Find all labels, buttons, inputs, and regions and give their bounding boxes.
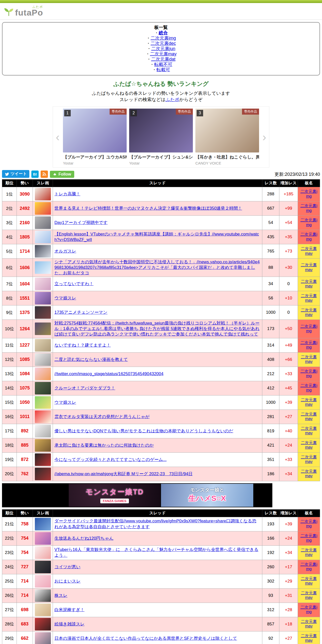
board-link[interactable]: 転載可 bbox=[156, 67, 170, 72]
board-name-link[interactable]: 二次元裏may bbox=[300, 426, 317, 436]
board-name-link[interactable]: 二次元裏img bbox=[300, 534, 317, 543]
carousel-item[interactable]: 1専売作品【ブルーアーカイブ】ユウカASMR～頬張Yostar bbox=[63, 109, 127, 165]
carousel-prev-button[interactable]: ‹ bbox=[53, 115, 62, 159]
hatena-bookmark-button[interactable]: B! bbox=[31, 171, 39, 178]
tweet-button[interactable]: ツイート bbox=[2, 170, 29, 178]
thread-link[interactable]: VTuberら16人「東京観光大使」に さくらみこさん「魅力をバーチャル空間から… bbox=[54, 547, 258, 557]
thread-link[interactable]: 生放送あるんだね120円ちゃん bbox=[54, 536, 114, 541]
thread-link[interactable]: Day1アーカイブ視聴中です bbox=[54, 220, 108, 225]
thread-link[interactable]: 日本の漫画で日本人が全く出てこない作品ってなにかある異世界とSFと歴史モノは除く… bbox=[54, 636, 237, 641]
thread-link[interactable]: 1735アニメチェンソーマン bbox=[54, 310, 107, 315]
carousel-next-button[interactable]: › bbox=[260, 115, 269, 159]
thread-link[interactable]: オルガスレ bbox=[54, 249, 76, 254]
board-name-link[interactable]: 二次元裏img bbox=[300, 232, 317, 241]
thread-thumbnail[interactable] bbox=[35, 618, 51, 630]
thread-thumbnail[interactable] bbox=[35, 575, 51, 588]
thread-thumbnail[interactable] bbox=[35, 453, 51, 466]
board-name-link[interactable]: 二次元裏may bbox=[300, 441, 317, 450]
thread-thumbnail[interactable] bbox=[35, 278, 51, 290]
thread-thumbnail[interactable] bbox=[35, 589, 51, 602]
board-link[interactable]: 二次元裏may bbox=[150, 51, 177, 56]
board-link[interactable]: 転載不可 bbox=[154, 62, 172, 67]
thread-link[interactable]: ダークサイドパック最速開封生配信//www.youtube.com/live/g… bbox=[54, 519, 256, 529]
board-name-link[interactable]: 二次元裏may bbox=[300, 263, 317, 272]
thread-link[interactable]: 承太郎に負ける要素は無かったのに何故負けたのか bbox=[54, 443, 154, 448]
board-name-link[interactable]: 二次元裏img bbox=[300, 369, 317, 378]
thread-link[interactable]: トレカ高騰！ bbox=[54, 192, 80, 196]
board-name-link[interactable]: 二次元裏may bbox=[300, 308, 317, 317]
thread-thumbnail[interactable] bbox=[35, 561, 51, 573]
thread-link[interactable]: コイツが悪い bbox=[54, 565, 80, 569]
board-name-link[interactable]: 二次元裏may bbox=[300, 412, 317, 421]
thread-link[interactable]: 霊衣でオルタ実装は天才の発想だと思うんじゃが bbox=[54, 414, 149, 419]
board-link[interactable]: 二次元裏img bbox=[150, 36, 176, 41]
board-name-link[interactable]: 二次元裏img bbox=[300, 562, 317, 572]
thread-thumbnail[interactable] bbox=[35, 339, 51, 352]
board-name-link[interactable]: 二次元裏img bbox=[300, 519, 317, 529]
board-name-link[interactable]: 二次元裏may bbox=[300, 355, 317, 364]
board-name-link[interactable]: 二次元裏may bbox=[300, 634, 317, 643]
thread-link[interactable]: 立ってないですわ！ bbox=[54, 281, 94, 286]
thread-thumbnail[interactable] bbox=[35, 216, 51, 229]
board-name-link[interactable]: 二次元裏img bbox=[300, 605, 317, 614]
thread-thumbnail[interactable] bbox=[35, 632, 51, 644]
thread-thumbnail[interactable] bbox=[35, 604, 51, 616]
thread-link[interactable]: //twitter.com/imascg_stage/status/162507… bbox=[54, 371, 164, 376]
thread-link[interactable]: ウマ娘スレ bbox=[54, 296, 76, 300]
futapo-link[interactable]: ふたポ bbox=[166, 97, 179, 102]
thread-link[interactable]: //abema.tv/now-on-air/mahjong大和証券 Mリーグ 2… bbox=[54, 471, 193, 476]
thread-link[interactable]: 二度と読む気にならない漫画を教えて bbox=[54, 357, 128, 362]
thread-thumbnail[interactable] bbox=[35, 245, 51, 258]
board-name-link[interactable]: 二次元裏img bbox=[300, 383, 317, 393]
ad-banner[interactable]: モンスター娘TD FANZA GAMES モンスター娘と 生ハメS○X bbox=[2, 483, 272, 507]
board-link[interactable]: 二次元裏jun bbox=[151, 46, 175, 51]
carousel-item[interactable]: 2専売作品【ブルーアーカイブ】シュン&シュン(幼Yostar bbox=[129, 109, 193, 165]
thread-thumbnail[interactable] bbox=[35, 411, 51, 423]
thread-link[interactable]: おにまいスレ bbox=[54, 579, 80, 584]
board-name-link[interactable]: 二次元裏img bbox=[300, 341, 317, 350]
thread-link[interactable]: 今になってグッズ化続々とされててすごいなこのゲーム... bbox=[54, 457, 167, 462]
thread-link[interactable]: ないですね！？建てますよ！ bbox=[54, 343, 111, 348]
thread-link[interactable]: 世界まる見え！テレビ特捜部！世界一のおマヌケさん決定？爆笑＆衝撃映像ほぼ350連… bbox=[54, 206, 242, 211]
thread-thumbnail[interactable] bbox=[35, 382, 51, 394]
thread-thumbnail[interactable] bbox=[35, 468, 51, 480]
thread-thumbnail[interactable] bbox=[35, 323, 51, 335]
thread-link[interactable]: シナ「アメリカの気球が去年から十数回中国領空に不法侵入しておる！」//news.… bbox=[54, 260, 260, 275]
ad-monmusu-td[interactable]: モンスター娘TD FANZA GAMES bbox=[69, 484, 161, 507]
feedly-follow-button[interactable]: Follow bbox=[50, 171, 74, 178]
carousel-item[interactable]: 3専売作品【耳かき・吐息】ねこぐらし。異世界転生CANDY VOICE bbox=[195, 109, 259, 165]
board-name-link[interactable]: 二次元裏may bbox=[300, 577, 317, 586]
board-link[interactable]: 総合 bbox=[159, 30, 168, 35]
thread-thumbnail[interactable] bbox=[35, 188, 51, 200]
thread-link[interactable]: 株スレ bbox=[54, 593, 67, 598]
board-name-link[interactable]: 二次元裏img bbox=[300, 218, 317, 227]
thread-thumbnail[interactable] bbox=[35, 231, 51, 243]
rss-button[interactable] bbox=[41, 171, 48, 178]
thread-thumbnail[interactable] bbox=[35, 368, 51, 380]
board-name-link[interactable]: 二次元裏may bbox=[300, 247, 317, 256]
thread-link[interactable]: ウマ娘スレ bbox=[54, 400, 76, 405]
thread-thumbnail[interactable] bbox=[35, 261, 51, 274]
thread-thumbnail[interactable] bbox=[35, 306, 51, 319]
board-name-link[interactable]: 二次元裏img bbox=[300, 189, 317, 199]
thread-link[interactable]: 優しい男はモテないDQNでも強い男がモテるこれは生物の本能でありどうしようもない… bbox=[54, 429, 233, 433]
thread-thumbnail[interactable] bbox=[35, 518, 51, 530]
board-link[interactable]: 二次元裏dat bbox=[151, 57, 175, 62]
board-name-link[interactable]: 二次元裏may bbox=[300, 591, 317, 600]
board-name-link[interactable]: 二次元裏img bbox=[300, 324, 317, 334]
thread-thumbnail[interactable] bbox=[35, 353, 51, 366]
board-name-link[interactable]: 二次元裏img bbox=[300, 204, 317, 213]
board-name-link[interactable]: 二次元裏may bbox=[300, 455, 317, 464]
board-link[interactable]: 二次元裏dec bbox=[150, 41, 176, 46]
thread-thumbnail[interactable] bbox=[35, 396, 51, 409]
thread-thumbnail[interactable] bbox=[35, 546, 51, 559]
thread-thumbnail[interactable] bbox=[35, 439, 51, 452]
thread-link[interactable]: 【English lesson】VTuberのハチャメチャ無料英語講座【講師：ギ… bbox=[54, 232, 259, 242]
thread-thumbnail[interactable] bbox=[35, 202, 51, 215]
board-name-link[interactable]: 二次元裏may bbox=[300, 279, 317, 289]
board-name-link[interactable]: 二次元裏may bbox=[300, 294, 317, 303]
thread-thumbnail[interactable] bbox=[35, 532, 51, 545]
thread-thumbnail[interactable] bbox=[35, 292, 51, 304]
site-logo[interactable]: ふたポ futaPo bbox=[4, 6, 43, 17]
board-name-link[interactable]: 二次元裏may bbox=[300, 619, 317, 629]
